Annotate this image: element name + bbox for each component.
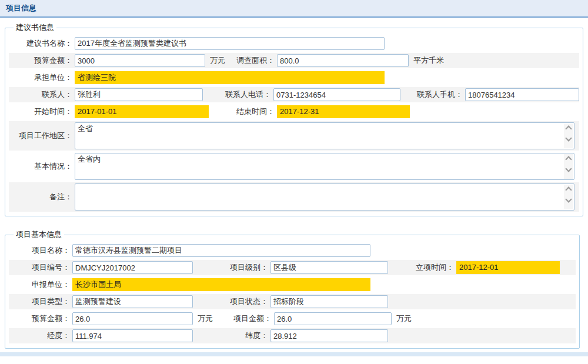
remark-textarea[interactable] (75, 183, 574, 211)
basic-info-textarea[interactable]: 全省内 (75, 153, 574, 180)
scroll-up-icon[interactable] (565, 125, 572, 132)
approval-date-label: 立项时间： (388, 262, 454, 273)
project-type-row: 项目类型： 项目状态： (9, 294, 576, 309)
dates-row: 开始时间： 2017-01-01 结束时间： 2017-12-31 (9, 104, 579, 119)
project-budget-unit: 万元 (198, 313, 213, 324)
proposal-section: 建议书信息 建议书名称： 预算金额： 万元 调查面积： 平方千米 承担单位： 省… (5, 22, 583, 216)
scroll-up-icon[interactable] (565, 186, 572, 193)
start-date-label: 开始时间： (9, 106, 72, 117)
end-date-value[interactable]: 2017-12-31 (277, 105, 410, 118)
declare-unit-label: 申报单位： (9, 279, 70, 290)
remark-scrollbar[interactable] (564, 185, 573, 209)
project-level-input[interactable] (270, 261, 388, 274)
survey-area-label: 调查面积： (228, 55, 275, 66)
work-area-row: 项目工作地区： 全省 (9, 121, 579, 151)
scroll-down-icon[interactable] (565, 135, 572, 141)
project-amount-label: 项目金额： (213, 313, 272, 324)
contact-label: 联系人： (9, 89, 72, 100)
project-amount-input[interactable] (274, 312, 392, 325)
work-area-textarea[interactable]: 全省 (75, 122, 574, 149)
amounts-row: 预算金额： 万元 项目金额： 万元 (9, 311, 576, 326)
project-name-label: 项目名称： (9, 245, 70, 256)
longitude-input[interactable] (72, 329, 193, 342)
project-name-input[interactable] (72, 244, 370, 257)
survey-area-input[interactable] (277, 54, 409, 67)
undertaking-unit-label: 承担单位： (9, 72, 72, 83)
basic-info-scrollbar[interactable] (564, 154, 573, 179)
latitude-label: 纬度： (193, 330, 268, 341)
project-budget-input[interactable] (72, 312, 193, 325)
project-budget-label: 预算金额： (9, 313, 70, 324)
project-name-row: 项目名称： (9, 243, 576, 258)
budget-unit: 万元 (210, 55, 225, 66)
budget-input[interactable] (75, 54, 205, 67)
scroll-up-icon[interactable] (565, 156, 572, 162)
undertaking-unit-value[interactable]: 省测绘三院 (75, 71, 385, 84)
project-level-label: 项目级别： (193, 262, 268, 273)
page-bottom-strip (0, 352, 588, 356)
project-section: 项目基本信息 项目名称： 项目编号： 项目级别： 立项时间： 2017-12-0… (5, 229, 580, 349)
contact-mobile-label: 联系人手机： (400, 89, 463, 100)
longitude-label: 经度： (9, 330, 70, 341)
coords-row: 经度： 纬度： (9, 328, 576, 343)
survey-area-unit: 平方千米 (413, 55, 444, 66)
contact-mobile-input[interactable] (465, 88, 579, 101)
undertaking-unit-row: 承担单位： 省测绘三院 (9, 70, 579, 85)
declare-unit-value[interactable]: 长沙市国土局 (72, 278, 370, 291)
latitude-input[interactable] (270, 329, 388, 342)
work-area-text: 全省 (75, 123, 564, 149)
budget-row: 预算金额： 万元 调查面积： 平方千米 (9, 53, 579, 68)
contact-phone-label: 联系人电话： (203, 89, 271, 100)
page-header: 项目信息 (0, 0, 588, 18)
project-status-label: 项目状态： (193, 296, 268, 307)
contact-phone-input[interactable] (273, 88, 400, 101)
remark-row: 备注： (9, 182, 579, 212)
work-area-label: 项目工作地区： (9, 131, 72, 141)
work-area-scrollbar[interactable] (564, 123, 573, 148)
basic-info-label: 基本情况： (9, 161, 72, 172)
project-code-row: 项目编号： 项目级别： 立项时间： 2017-12-01 (9, 260, 576, 275)
budget-label: 预算金额： (9, 55, 72, 66)
remark-text (75, 184, 564, 210)
page-title: 项目信息 (6, 3, 36, 14)
proposal-name-input[interactable] (75, 37, 385, 50)
project-type-label: 项目类型： (9, 296, 70, 307)
project-section-legend: 项目基本信息 (14, 229, 64, 240)
project-status-input[interactable] (270, 295, 388, 308)
proposal-name-row: 建议书名称： (9, 36, 579, 51)
basic-info-row: 基本情况： 全省内 (9, 152, 579, 181)
basic-info-text: 全省内 (75, 153, 564, 179)
scroll-down-icon[interactable] (565, 196, 572, 202)
proposal-name-label: 建议书名称： (9, 38, 72, 49)
scroll-down-icon[interactable] (565, 165, 572, 172)
declare-unit-row: 申报单位： 长沙市国土局 (9, 277, 576, 292)
project-amount-unit: 万元 (396, 313, 412, 324)
start-date-value[interactable]: 2017-01-01 (75, 105, 209, 118)
end-date-label: 结束时间： (209, 106, 275, 117)
project-code-label: 项目编号： (9, 262, 70, 273)
project-type-input[interactable] (72, 295, 193, 308)
contact-row: 联系人： 联系人电话： 联系人手机： (9, 87, 579, 102)
remark-label: 备注： (9, 192, 72, 202)
project-code-input[interactable] (72, 261, 193, 274)
contact-input[interactable] (75, 88, 203, 101)
proposal-section-legend: 建议书信息 (14, 22, 56, 33)
approval-date-value[interactable]: 2017-12-01 (456, 261, 560, 274)
